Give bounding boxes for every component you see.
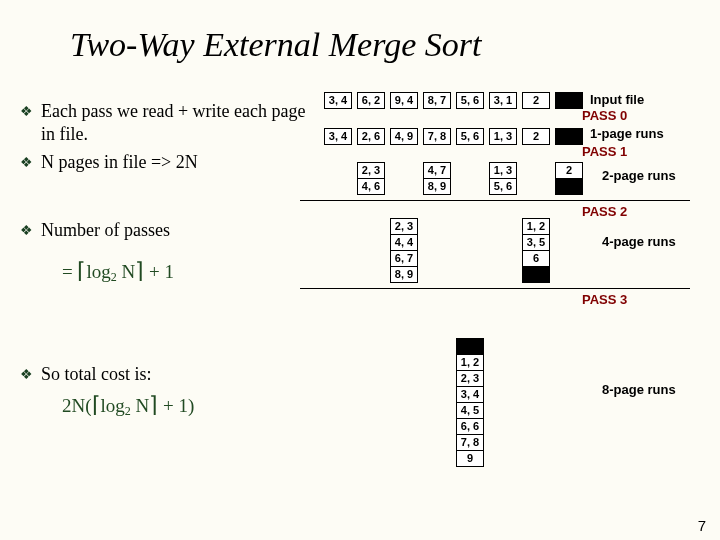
plus1: + 1 — [158, 395, 188, 416]
page-cell: 2, 6 — [357, 128, 385, 145]
slide-title: Two-Way External Merge Sort — [70, 26, 481, 64]
page-cell: 2, 3 — [357, 162, 385, 179]
page-cell: 3, 5 — [522, 235, 550, 251]
label-2page-runs: 2-page runs — [602, 168, 676, 183]
page-cell: 6, 2 — [357, 92, 385, 109]
page-cell: 9, 4 — [390, 92, 418, 109]
ceil-right-icon: ⌉ — [135, 258, 144, 283]
input-row: 3, 4 6, 2 9, 4 8, 7 5, 6 3, 1 2 — [324, 92, 588, 109]
bullet-list: ❖ Each pass we read + write each page in… — [20, 100, 320, 391]
page-cell-empty — [555, 179, 583, 195]
page-cell-empty — [522, 267, 550, 283]
label-pass0: PASS 0 — [582, 108, 627, 123]
bullet-icon: ❖ — [20, 363, 33, 387]
page-cell: 3, 4 — [456, 387, 484, 403]
pass1-row: 2, 3 4, 6 4, 7 8, 9 1, 3 5, 6 2 — [324, 162, 588, 195]
label-input: Input file — [590, 92, 644, 107]
page-cell: 7, 8 — [423, 128, 451, 145]
var-n: N — [117, 261, 135, 282]
page-cell: 2 — [522, 92, 550, 109]
ceil-right-icon: ⌉ — [149, 392, 158, 417]
bullet-icon: ❖ — [20, 100, 33, 124]
page-cell: 7, 8 — [456, 435, 484, 451]
label-8page-runs: 8-page runs — [602, 382, 676, 397]
run-stack: 4, 7 8, 9 — [423, 162, 451, 195]
run-stack: 1, 3 5, 6 — [489, 162, 517, 195]
bullet-item: ❖ Each pass we read + write each page in… — [20, 100, 320, 147]
twoN: 2N — [62, 395, 85, 416]
pass0-row: 3, 4 2, 6 4, 9 7, 8 5, 6 1, 3 2 — [324, 128, 588, 145]
ceil-left-icon: ⌈ — [92, 392, 101, 417]
paren-r: ) — [188, 395, 194, 416]
page-cell: 4, 9 — [390, 128, 418, 145]
page-cell: 2 — [555, 162, 583, 179]
page-cell: 8, 9 — [423, 179, 451, 195]
run-stack: 2, 3 4, 4 6, 7 8, 9 — [390, 218, 418, 283]
bullet-icon: ❖ — [20, 151, 33, 175]
page-cell: 3, 4 — [324, 92, 352, 109]
page-cell: 2, 3 — [456, 371, 484, 387]
label-pass2: PASS 2 — [582, 204, 627, 219]
label-pass3: PASS 3 — [582, 292, 627, 307]
bullet-text: So total cost is: — [41, 363, 152, 386]
bullet-text: N pages in file => 2N — [41, 151, 198, 174]
page-cell: 4, 5 — [456, 403, 484, 419]
page-cell: 5, 6 — [456, 128, 484, 145]
log: log — [86, 261, 110, 282]
bullet-text: Each pass we read + write each page in f… — [41, 100, 320, 147]
var-n: N — [131, 395, 149, 416]
run-stack: 2 — [555, 162, 583, 195]
page-cell: 5, 6 — [456, 92, 484, 109]
page-cell: 2 — [522, 128, 550, 145]
log: log — [101, 395, 125, 416]
page-cell: 1, 2 — [456, 355, 484, 371]
eq: = — [62, 261, 77, 282]
cost-formula: 2N(⌈log2 N⌉ + 1) — [62, 392, 194, 419]
label-pass1: PASS 1 — [582, 144, 627, 159]
bullet-icon: ❖ — [20, 219, 33, 243]
page-cell: 6, 7 — [390, 251, 418, 267]
page-cell: 4, 4 — [390, 235, 418, 251]
page-cell: 1, 2 — [522, 218, 550, 235]
page-cell: 4, 7 — [423, 162, 451, 179]
plus1: + 1 — [144, 261, 174, 282]
page-number: 7 — [698, 517, 706, 534]
page-cell: 1, 3 — [489, 128, 517, 145]
page-cell: 6, 6 — [456, 419, 484, 435]
bullet-text: Number of passes — [41, 219, 170, 242]
run-stack: 2, 3 4, 6 — [357, 162, 385, 195]
page-cell: 6 — [522, 251, 550, 267]
page-cell-empty — [555, 92, 583, 109]
merge-sort-diagram: 3, 4 6, 2 9, 4 8, 7 5, 6 3, 1 2 Input fi… — [324, 92, 720, 522]
bullet-item: ❖ So total cost is: — [20, 363, 320, 387]
label-1page-runs: 1-page runs — [590, 126, 664, 141]
separator — [300, 288, 690, 289]
pass3-row: 1, 2 2, 3 3, 4 4, 5 6, 6 7, 8 9 — [324, 338, 489, 467]
page-cell: 3, 4 — [324, 128, 352, 145]
page-cell: 3, 1 — [489, 92, 517, 109]
run-stack: 1, 2 3, 5 6 — [522, 218, 550, 283]
page-cell: 1, 3 — [489, 162, 517, 179]
page-cell-empty — [555, 128, 583, 145]
page-cell: 8, 9 — [390, 267, 418, 283]
page-cell-empty — [456, 338, 484, 355]
passes-formula: = ⌈log2 N⌉ + 1 — [62, 258, 174, 285]
pass2-row: 2, 3 4, 4 6, 7 8, 9 1, 2 3, 5 6 — [324, 218, 555, 283]
page-cell: 9 — [456, 451, 484, 467]
page-cell: 4, 6 — [357, 179, 385, 195]
bullet-item: ❖ Number of passes — [20, 219, 320, 243]
slide: Two-Way External Merge Sort ❖ Each pass … — [0, 0, 720, 540]
bullet-item: ❖ N pages in file => 2N — [20, 151, 320, 175]
page-cell: 5, 6 — [489, 179, 517, 195]
separator — [300, 200, 690, 201]
page-cell: 2, 3 — [390, 218, 418, 235]
page-cell: 8, 7 — [423, 92, 451, 109]
label-4page-runs: 4-page runs — [602, 234, 676, 249]
run-stack: 1, 2 2, 3 3, 4 4, 5 6, 6 7, 8 9 — [456, 338, 484, 467]
